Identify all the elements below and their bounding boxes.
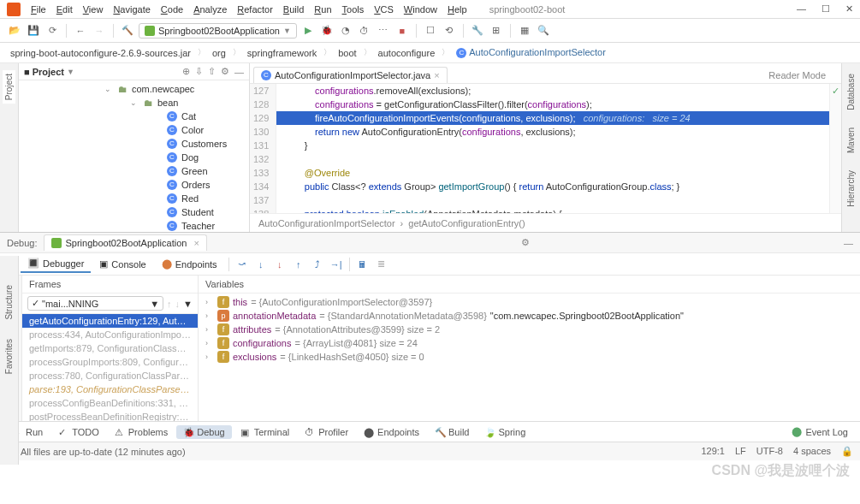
caret-position[interactable]: 129:1 [701, 446, 725, 457]
coverage-icon[interactable]: ◔ [338, 23, 353, 39]
project-view-selector[interactable]: ■Project▼ [24, 67, 74, 77]
prev-frame-icon[interactable]: ↑ [167, 299, 172, 309]
editor-gutter[interactable]: 127128129130131132133134137138139140 [250, 84, 276, 213]
collapse-icon[interactable]: ⇧ [208, 66, 216, 77]
force-step-into-icon[interactable]: ↓ [271, 256, 288, 273]
tab-hierarchy[interactable]: Hierarchy [845, 167, 857, 210]
breadcrumb-item[interactable]: springframework [244, 47, 320, 59]
bottom-tab-terminal[interactable]: ▣Terminal [234, 425, 297, 439]
bottom-tab-build[interactable]: 🔨Build [428, 425, 476, 439]
hide-icon[interactable]: — [234, 67, 244, 77]
stack-frame[interactable]: process:780, ConfigurationClassParser$D [22, 369, 198, 382]
stack-frame[interactable]: process:434, AutoConfigurationImportSe [22, 328, 198, 341]
reader-mode-toggle[interactable]: Reader Mode [763, 68, 831, 83]
editor-tab[interactable]: C AutoConfigurationImportSelector.java × [253, 67, 448, 83]
hide-icon[interactable]: — [844, 238, 853, 248]
tree-package[interactable]: ⌄🖿bean [19, 96, 249, 110]
filter-icon[interactable]: ▼ [183, 299, 193, 309]
step-into-icon[interactable]: ↓ [252, 256, 270, 273]
bottom-tab-endpoints[interactable]: ⬤Endpoints [357, 425, 426, 439]
tab-structure[interactable]: Structure [3, 282, 15, 323]
tab-favorites[interactable]: Favorites [3, 335, 15, 377]
lock-icon[interactable]: 🔒 [841, 446, 853, 457]
drop-frame-icon[interactable]: ⤴ [309, 256, 326, 273]
tree-class[interactable]: COrders [19, 178, 249, 192]
variable-row[interactable]: ›fconfigurations = {ArrayList@4081} size… [199, 336, 860, 350]
stack-frame[interactable]: getAutoConfigurationEntry:129, AutoCo [22, 314, 198, 328]
menu-navigate[interactable]: Navigate [108, 3, 155, 16]
forward-icon[interactable]: → [92, 23, 107, 39]
breadcrumb-item[interactable]: CAutoConfigurationImportSelector [453, 46, 609, 59]
breadcrumb-item[interactable]: autoconfigure [375, 47, 439, 59]
menu-build[interactable]: Build [278, 3, 309, 16]
trace-icon[interactable]: ≣ [373, 256, 390, 273]
tab-console[interactable]: ▣ Console [92, 256, 152, 272]
gear-icon[interactable]: ⚙ [521, 237, 530, 248]
build-icon[interactable]: 🔨 [120, 23, 135, 39]
step-over-icon[interactable]: ⤻ [234, 256, 251, 273]
bottom-tab-problems[interactable]: ⚠Problems [108, 425, 175, 439]
tree-package[interactable]: ⌄🖿com.newcapec [19, 82, 249, 96]
tool-icon[interactable]: 🔧 [470, 23, 485, 39]
stop-icon[interactable]: ■ [394, 23, 410, 39]
editor-breadcrumb[interactable]: AutoConfigurationImportSelector›getAutoC… [250, 213, 841, 232]
profile-icon[interactable]: ⏱ [357, 23, 372, 39]
variable-row[interactable]: ›fattributes = {AnnotationAttributes@359… [199, 323, 860, 336]
structure-icon[interactable]: ⊞ [489, 23, 504, 39]
step-out-icon[interactable]: ↑ [290, 256, 307, 273]
thread-selector[interactable]: ✓"mai...NNING▼ [27, 296, 163, 311]
expand-icon[interactable]: ⇩ [195, 66, 203, 77]
close-tab-icon[interactable]: × [434, 70, 439, 80]
menu-view[interactable]: View [78, 3, 109, 16]
inspection-widget[interactable]: ✓ [829, 84, 841, 213]
run-to-cursor-icon[interactable]: →| [328, 256, 345, 273]
layout-icon[interactable]: ▦ [517, 23, 532, 39]
run-icon[interactable]: ▶ [300, 23, 316, 39]
menu-tools[interactable]: Tools [337, 3, 370, 16]
run-config-selector[interactable]: Springboot02BootApplication ▼ [139, 23, 297, 39]
save-icon[interactable]: 💾 [26, 23, 41, 39]
tab-endpoints[interactable]: ⬤ Endpoints [155, 256, 224, 272]
vcs-icon[interactable]: ☐ [423, 23, 438, 39]
menu-vcs[interactable]: VCS [369, 3, 399, 16]
bottom-tab-debug[interactable]: 🐞Debug [176, 425, 231, 439]
tree-class[interactable]: CColor [19, 123, 249, 137]
gear-icon[interactable]: ⚙ [221, 66, 229, 77]
indent-widget[interactable]: 4 spaces [793, 446, 831, 457]
tree-class[interactable]: CTeacher [19, 219, 249, 232]
bottom-tab-spring[interactable]: 🍃Spring [477, 425, 532, 439]
open-icon[interactable]: 📂 [7, 23, 22, 39]
stack-frame[interactable]: postProcessBeanDefinitionRegistry:247, C [22, 410, 198, 421]
minimize-icon[interactable]: — [797, 3, 806, 15]
tree-class[interactable]: CStudent [19, 205, 249, 219]
reload-icon[interactable]: ⟲ [442, 23, 457, 39]
maximize-icon[interactable]: ☐ [821, 3, 830, 15]
editor-content[interactable]: configurations.removeAll(exclusions); co… [276, 84, 829, 213]
bottom-tab-profiler[interactable]: ⏱Profiler [298, 425, 355, 439]
variable-row[interactable]: ›fthis = {AutoConfigurationImportSelecto… [199, 295, 860, 309]
menu-edit[interactable]: Edit [51, 3, 78, 16]
debug-session-tab[interactable]: Springboot02BootApplication × [44, 234, 206, 251]
tab-database[interactable]: Database [845, 70, 857, 114]
attach-icon[interactable]: ⋯ [376, 23, 391, 39]
file-encoding[interactable]: UTF-8 [756, 446, 783, 457]
tab-project[interactable]: Project [3, 70, 15, 104]
menu-refactor[interactable]: Refactor [232, 3, 278, 16]
tree-class[interactable]: CDog [19, 151, 249, 164]
line-separator[interactable]: LF [735, 446, 746, 457]
variable-row[interactable]: ›fexclusions = {LinkedHashSet@4050} size… [199, 350, 860, 364]
event-log[interactable]: ⬤ Event Log [785, 424, 855, 439]
menu-analyze[interactable]: Analyze [188, 3, 232, 16]
menu-file[interactable]: File [26, 3, 51, 16]
close-tab-icon[interactable]: × [193, 238, 199, 248]
close-icon[interactable]: ✕ [845, 3, 853, 15]
breadcrumb-item[interactable]: org [209, 47, 229, 59]
tree-class[interactable]: CCustomers [19, 137, 249, 151]
menu-window[interactable]: Window [399, 3, 442, 16]
variable-row[interactable]: ›pannotationMetadata = {StandardAnnotati… [199, 309, 860, 323]
select-opened-icon[interactable]: ⊕ [182, 66, 190, 77]
next-frame-icon[interactable]: ↓ [175, 299, 181, 309]
bottom-tab-todo[interactable]: ✓TODO [51, 425, 106, 439]
menu-code[interactable]: Code [156, 3, 188, 16]
stack-frame[interactable]: getImports:879, ConfigurationClassParse [22, 341, 198, 355]
